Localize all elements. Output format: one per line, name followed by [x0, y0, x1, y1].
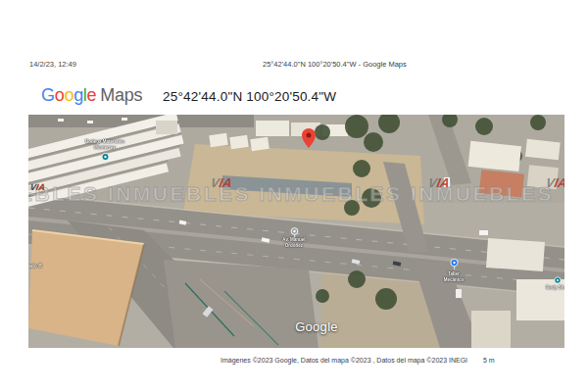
print-header-title: 25°42'44.0"N 100°20'50.4"W - Google Maps — [263, 60, 407, 69]
coordinates-heading: 25°42'44.0"N 100°20'50.4"W — [163, 89, 336, 104]
via-watermark-logo: VIA — [210, 175, 233, 190]
logo-letter: G — [41, 85, 55, 105]
google-maps-logo: GoogleMaps — [41, 85, 142, 106]
poi-label: Taller Mecánico — [444, 271, 465, 282]
scale-label: 5 m — [483, 357, 495, 364]
poi-label: Body Shop — [546, 285, 564, 291]
printed-google-maps-page: { "print_header": { "datetime": "14/2/23… — [0, 0, 588, 392]
logo-letter: g — [74, 85, 83, 105]
clipped-poi-label: ado B — [28, 263, 42, 269]
via-watermark-logo: VIA — [545, 175, 564, 190]
satellite-map-image: EBLES INMUEBLES INMUEBLES INMUEBLES VIA … — [28, 115, 564, 348]
red-map-pin-icon — [302, 128, 316, 152]
logo-letter: o — [55, 85, 65, 105]
google-imagery-watermark: Google — [279, 319, 354, 334]
inmuebles-watermark-band: EBLES INMUEBLES INMUEBLES INMUEBLES — [28, 182, 554, 206]
logo-letter: o — [64, 85, 74, 105]
street-label: Av. Manuel Ordóñez — [282, 237, 305, 248]
logo-letter: e — [87, 85, 97, 105]
attribution-text: Imágenes ©2023 Google, Datos del mapa ©2… — [220, 357, 467, 364]
via-watermark-logo: VIA — [427, 175, 451, 190]
map-attribution: Imágenes ©2023 Google, Datos del mapa ©2… — [220, 357, 495, 364]
via-watermark-logo-dark: VIA — [29, 182, 45, 192]
poi-label: Bodega Materiales Monterrey — [85, 139, 124, 150]
print-header-datetime: 14/2/23, 12:49 — [29, 60, 76, 69]
poi-pin-icon — [101, 151, 110, 169]
logo-maps-label: Maps — [100, 85, 142, 105]
brand-row: GoogleMaps 25°42'44.0"N 100°20'50.4"W — [41, 85, 336, 106]
